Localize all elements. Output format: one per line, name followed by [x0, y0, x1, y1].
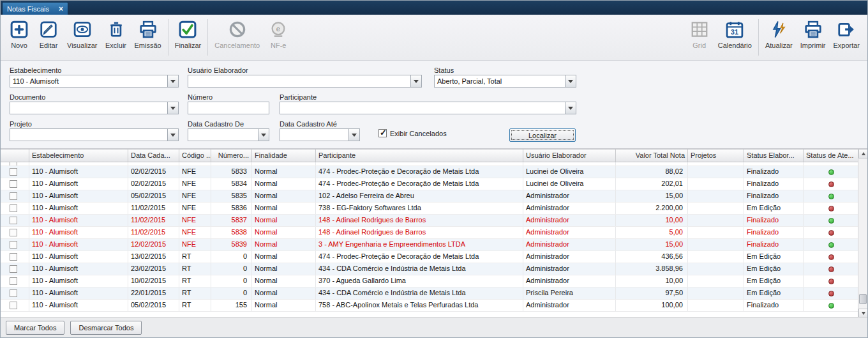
toolbar-button-imprimir[interactable]: Imprimir	[797, 16, 830, 59]
data-cadastro-ate-select[interactable]	[280, 128, 360, 141]
cell-status_elaboracao: Em Edição	[744, 203, 804, 214]
tab-notas-fiscais[interactable]: Notas Fiscais ×	[2, 2, 68, 15]
table-row[interactable]: 110 - Alumisoft05/02/2015NFE5835Normal10…	[1, 190, 859, 203]
table-row[interactable]: 110 - Alumisoft11/02/2015NFE5837Normal14…	[1, 215, 859, 227]
toolbar-button-label: NF-e	[271, 42, 286, 49]
row-checkbox[interactable]	[10, 192, 17, 200]
vertical-scrollbar[interactable]	[858, 149, 867, 318]
row-checkbox[interactable]	[10, 162, 17, 165]
scroll-up-icon[interactable]	[858, 149, 868, 158]
usuario-elaborador-select[interactable]	[188, 75, 422, 88]
table-row[interactable]: 110 - Alumisoft22/01/2015RT0Normal434 - …	[1, 288, 859, 300]
status-green-dot	[828, 303, 834, 309]
row-checkbox[interactable]	[10, 180, 17, 188]
exibir-cancelados-checkbox[interactable]	[378, 129, 387, 137]
cell-projetos	[688, 166, 744, 178]
cell-data_cadastro: 10/02/2015	[128, 275, 179, 287]
tab-close-icon[interactable]: ×	[59, 5, 63, 13]
toolbar-divider	[168, 19, 168, 56]
projeto-select[interactable]	[10, 128, 179, 141]
cell-finalidade: Normal	[252, 166, 316, 178]
row-checkbox[interactable]	[10, 217, 17, 224]
row-checkbox[interactable]	[10, 302, 17, 309]
cell	[179, 162, 211, 165]
column-header-10[interactable]: Status Elabor...	[744, 150, 804, 162]
table-row[interactable]: 110 - Alumisoft11/02/2015NFE5838Normal14…	[1, 227, 859, 239]
table-row[interactable]: 110 - Alumisoft05/02/2015RT155Normal758 …	[1, 300, 859, 312]
localizar-button[interactable]: Localizar	[509, 128, 576, 142]
chevron-down-icon[interactable]	[258, 129, 269, 141]
column-header-5[interactable]: Finalidade	[252, 150, 316, 162]
numero-input[interactable]	[188, 102, 269, 114]
toolbar-button-novo[interactable]: Novo	[4, 16, 34, 59]
toolbar-button-atualizar[interactable]: Atualizar	[761, 16, 797, 59]
row-checkbox[interactable]	[10, 241, 17, 249]
cell-participante: 474 - Prodec-Proteção e Decoração de Met…	[316, 251, 523, 263]
toolbar-button-editar[interactable]: Editar	[34, 16, 63, 59]
cell	[804, 162, 859, 165]
table-row[interactable]: 110 - Alumisoft02/02/2015NFE5833Normal47…	[1, 166, 859, 178]
toolbar-button-label: Novo	[11, 42, 27, 49]
table-body: 110 - Alumisoft02/02/2015NFE5833Normal47…	[1, 162, 859, 312]
column-header-4[interactable]: Número...	[211, 150, 252, 162]
column-header-8[interactable]: Valor Total Nota	[616, 150, 688, 162]
table-row[interactable]: 110 - Alumisoft23/02/2015RT0Normal434 - …	[1, 263, 859, 275]
chevron-down-icon[interactable]	[167, 129, 178, 141]
toolbar-button-finalizar[interactable]: Finalizar	[171, 16, 206, 59]
column-header-3[interactable]: Código ...	[179, 150, 211, 162]
data-cadastro-de-select[interactable]	[188, 128, 269, 141]
row-checkbox[interactable]	[10, 277, 17, 285]
documento-select[interactable]	[10, 102, 179, 114]
chevron-down-icon[interactable]	[410, 75, 421, 87]
cell-projetos	[688, 239, 744, 250]
desmarcar-todos-button[interactable]: Desmarcar Todos	[70, 321, 142, 335]
chevron-down-icon[interactable]	[565, 75, 576, 87]
cell-numero: 5839	[211, 239, 252, 250]
row-checkbox[interactable]	[10, 253, 17, 261]
column-header-11[interactable]: Status de Ate...	[804, 150, 859, 162]
row-checkbox[interactable]	[10, 289, 17, 297]
cell-usuario_elaborador: Administrador	[523, 190, 616, 202]
column-header-2[interactable]: Data Cada...	[128, 150, 179, 162]
table-row[interactable]: 110 - Alumisoft12/02/2015NFE5839Normal3 …	[1, 239, 859, 251]
status-select[interactable]: Aberto, Parcial, Total	[434, 75, 576, 88]
marcar-todos-button[interactable]: Marcar Todos	[6, 321, 64, 335]
toolbar-button-calendario[interactable]: 31Calendário	[714, 16, 756, 59]
toolbar-button-exportar[interactable]: Exportar	[829, 16, 864, 59]
row-select-cell	[1, 227, 29, 238]
column-header-select[interactable]	[1, 150, 29, 162]
chevron-down-icon[interactable]	[167, 102, 178, 114]
table-row[interactable]: 110 - Alumisoft13/02/2015RT0Normal474 - …	[1, 251, 859, 263]
toolbar-button-visualizar[interactable]: Visualizar	[63, 16, 101, 59]
row-checkbox[interactable]	[10, 168, 17, 176]
cell-usuario_elaborador: Administrador	[523, 215, 616, 226]
row-checkbox[interactable]	[10, 265, 17, 273]
toolbar-button-emissao[interactable]: Emissão	[131, 16, 165, 59]
column-header-1[interactable]: Estabelecimento	[29, 150, 128, 162]
toolbar-left-group: NovoEditarVisualizarExcluirEmissãoFinali…	[4, 16, 293, 59]
table-row[interactable]: 110 - Alumisoft02/02/2015NFE5834Normal47…	[1, 178, 859, 190]
column-header-9[interactable]: Projetos	[688, 150, 744, 162]
column-header-6[interactable]: Participante	[316, 150, 523, 162]
chevron-down-icon[interactable]	[565, 102, 576, 114]
column-header-7[interactable]: Usuário Elaborador	[523, 150, 616, 162]
table-row[interactable]: 110 - Alumisoft10/02/2015RT0Normal370 - …	[1, 275, 859, 288]
cell-status_atendimento	[804, 190, 859, 202]
cell-valor_total: 2.200,00	[616, 203, 688, 214]
cell-status_elaboracao: Finalizado	[744, 166, 804, 178]
toolbar-button-label: Grid	[692, 42, 706, 49]
chevron-down-icon[interactable]	[167, 75, 178, 87]
toolbar-button-excluir[interactable]: Excluir	[101, 16, 131, 59]
exibir-cancelados-option[interactable]: Exibir Cancelados	[378, 129, 447, 137]
participante-select[interactable]	[280, 102, 576, 114]
row-checkbox[interactable]	[10, 229, 17, 236]
toolbar-button-label: Calendário	[718, 42, 752, 49]
cell-valor_total: 88,02	[616, 166, 688, 178]
scrollbar-thumb[interactable]	[859, 294, 867, 304]
estabelecimento-select[interactable]: 110 - Alumisoft	[10, 75, 179, 88]
cell-status_atendimento	[804, 251, 859, 263]
chevron-down-icon[interactable]	[348, 129, 359, 141]
table-row[interactable]: 110 - Alumisoft11/02/2015NFE5836Normal73…	[1, 203, 859, 215]
row-checkbox[interactable]	[10, 204, 17, 212]
status-red-dot	[828, 206, 834, 211]
